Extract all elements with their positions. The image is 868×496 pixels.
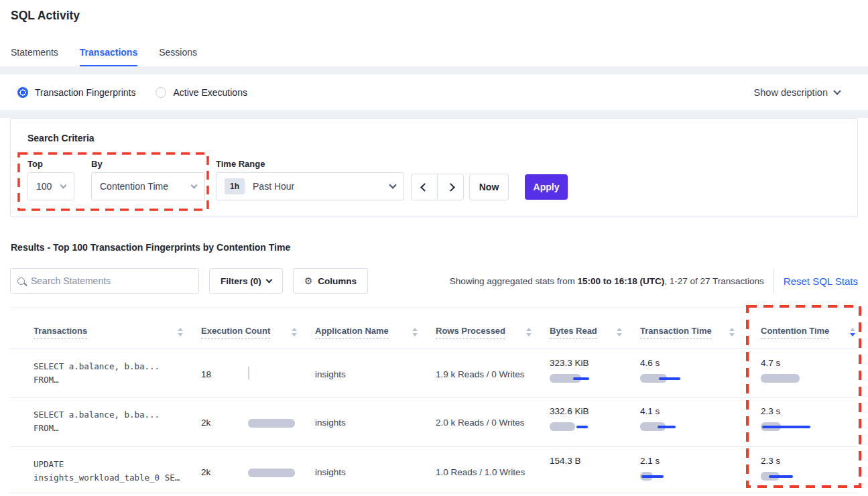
sort-down-arrow [850, 333, 855, 336]
top-select-value: 100 [36, 181, 52, 192]
show-description-toggle[interactable]: Show description [754, 87, 840, 98]
time-range-badge: 1h [225, 178, 245, 194]
sort-icon-application-name[interactable] [412, 328, 418, 336]
transaction-time-value: 4.6 s [640, 358, 695, 368]
query-line-1: SELECT a.balance, b.ba... [34, 360, 160, 373]
query-line-1: UPDATE [34, 458, 180, 471]
reset-sql-stats-link[interactable]: Reset SQL Stats [784, 275, 858, 287]
contention-time: 4.7 s [761, 358, 816, 383]
sort-icon-rows-processed[interactable] [526, 328, 532, 336]
table-row[interactable]: UPDATEinsights_workload_table_0 SE…2kins… [10, 447, 858, 493]
bar-fill [550, 422, 575, 431]
table-header-row: TransactionsExecution CountApplication N… [10, 308, 858, 349]
sort-down-arrow [617, 333, 622, 336]
chevron-left-icon [420, 183, 429, 192]
bytes-read: 332.6 KiB [550, 406, 605, 432]
search-input[interactable] [31, 275, 192, 286]
execution-count-value: 2k [201, 418, 210, 428]
chevron-down-icon [833, 87, 841, 95]
sort-up-arrow [729, 328, 735, 331]
query-line-2: insights_workload_table_0 SE… [34, 471, 180, 485]
query-line-1: SELECT a.balance, b.ba... [34, 408, 160, 422]
table-row[interactable]: SELECT a.balance, b.ba...FROM…18insights… [10, 349, 858, 397]
query-line-2: FROM… [34, 422, 160, 435]
rows-processed: 2.0 k Reads / 0 Writes [436, 418, 525, 428]
table-row[interactable]: SELECT a.balance, b.ba...FROM…2kinsights… [10, 397, 858, 447]
bar-line [769, 475, 793, 478]
col-header-contention-time[interactable]: Contention Time [761, 326, 829, 339]
application-name: insights [315, 467, 346, 477]
chevron-down-icon [60, 182, 67, 188]
sort-down-arrow [729, 333, 735, 336]
transaction-time-value: 2.1 s [640, 456, 695, 466]
time-prev-button[interactable] [411, 174, 438, 200]
col-header-transaction-time[interactable]: Transaction Time [640, 326, 712, 339]
time-range-label: Time Range [216, 159, 265, 169]
sort-icon-transactions[interactable] [178, 328, 183, 336]
time-next-button[interactable] [437, 174, 464, 200]
now-button[interactable]: Now [469, 174, 509, 200]
bytes-read-value: 154.3 B [550, 456, 605, 466]
divider-band [0, 110, 868, 118]
contention-time-bar [761, 374, 816, 383]
col-header-application-name[interactable]: Application Name [315, 326, 389, 339]
radio-option-active-executions[interactable]: Active Executions [156, 87, 247, 98]
transaction-fingerprint[interactable]: SELECT a.balance, b.ba...FROM… [34, 408, 160, 435]
by-label: By [91, 159, 103, 169]
bytes-read-bar [550, 422, 605, 432]
sort-up-arrow [617, 328, 622, 331]
columns-label: Columns [318, 276, 357, 286]
bar-line [659, 377, 680, 380]
top-label: Top [27, 159, 43, 169]
chevron-down-icon [265, 276, 272, 283]
sort-icon-bytes-read[interactable] [617, 328, 622, 336]
chevron-down-icon [389, 181, 396, 188]
contention-time-value: 2.3 s [761, 456, 816, 466]
tab-sessions[interactable]: Sessions [159, 47, 197, 66]
col-header-rows-processed[interactable]: Rows Processed [436, 326, 505, 339]
sort-down-arrow [412, 333, 418, 336]
filters-label: Filters (0) [221, 276, 261, 286]
col-header-transactions[interactable]: Transactions [34, 326, 87, 339]
execution-count-value: 2k [201, 467, 210, 477]
vertical-divider [773, 269, 774, 293]
application-name: insights [315, 418, 346, 428]
by-select-value: Contention Time [100, 181, 168, 192]
transaction-time: 4.6 s [640, 358, 695, 383]
col-header-execution-count[interactable]: Execution Count [201, 326, 270, 339]
sort-icon-transaction-time[interactable] [729, 328, 735, 336]
columns-button[interactable]: ⚙ Columns [293, 268, 368, 294]
results-controls: Filters (0) ⚙ Columns Showing aggregated… [10, 268, 858, 294]
chevron-down-icon [191, 182, 198, 188]
by-select[interactable]: Contention Time [91, 172, 205, 200]
time-range-picker[interactable]: 1h Past Hour [216, 172, 404, 200]
sort-down-arrow [292, 333, 297, 336]
bytes-read-value: 332.6 KiB [550, 406, 605, 416]
transaction-fingerprint[interactable]: UPDATEinsights_workload_table_0 SE… [34, 458, 180, 485]
bar-line [641, 475, 664, 478]
bar-line [573, 377, 589, 380]
divider-band [0, 66, 868, 74]
transaction-time: 2.1 s [640, 456, 695, 481]
contention-time-bar [761, 422, 816, 432]
tab-statements[interactable]: Statements [11, 47, 58, 66]
transaction-fingerprint[interactable]: SELECT a.balance, b.ba...FROM… [34, 360, 160, 387]
execution-count-tick [248, 367, 249, 379]
sort-icon-execution-count[interactable] [292, 328, 297, 336]
col-header-bytes-read[interactable]: Bytes Read [550, 326, 597, 339]
contention-time-bar [761, 472, 816, 481]
filters-button[interactable]: Filters (0) [209, 268, 283, 294]
tab-transactions[interactable]: Transactions [80, 47, 137, 66]
bar-fill [761, 374, 800, 383]
sort-icon-contention-time[interactable] [850, 328, 855, 336]
rows-processed: 1.9 k Reads / 0 Writes [436, 369, 525, 379]
search-criteria-title: Search Criteria [27, 133, 95, 143]
bytes-read-bar [550, 472, 605, 481]
transaction-time-value: 4.1 s [640, 406, 695, 416]
apply-button[interactable]: Apply [525, 174, 568, 200]
search-criteria-card: Search Criteria Top By Time Range 100 Co… [10, 118, 858, 217]
radio-option-transaction-fingerprints[interactable]: Transaction Fingerprints [17, 87, 135, 98]
top-select[interactable]: 100 [27, 172, 74, 200]
execution-count-value: 18 [201, 369, 211, 379]
rows-processed: 1.0 Reads / 1.0 Writes [436, 467, 525, 477]
